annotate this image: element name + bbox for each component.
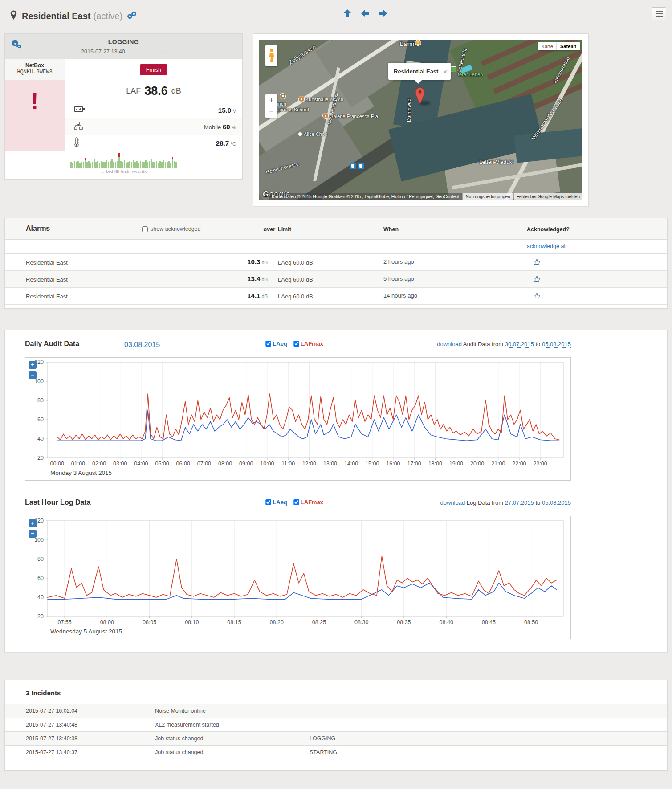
svg-text:20: 20 — [37, 455, 44, 461]
voltage-row: 15.0 V — [65, 102, 242, 118]
audit-bar — [158, 163, 159, 168]
map-zoom-out-button[interactable]: − — [265, 106, 277, 118]
incident-time: 2015-07-27 13:40:37 — [26, 749, 77, 755]
park-label: terer Letten — [458, 72, 483, 77]
lafmax-toggle[interactable]: LAFmax — [293, 340, 323, 347]
audit-bar — [77, 161, 79, 168]
bar-poi-icon[interactable] — [415, 40, 421, 46]
download-log-link[interactable]: download — [440, 499, 465, 506]
laf-unit: dB — [171, 86, 181, 96]
audit-bar — [136, 161, 138, 168]
svg-text:18:00: 18:00 — [428, 461, 442, 467]
charts-panel: Daily Audit Data 03.08.2015 LAeq LAFmax … — [4, 330, 668, 652]
settings-gears-icon[interactable] — [10, 38, 22, 50]
incident-event: XL2 measurement started — [155, 722, 219, 728]
show-acknowledged-toggle[interactable]: show acknowledged — [142, 226, 201, 232]
laeq-toggle[interactable]: LAeq — [265, 340, 287, 347]
svg-text:08:10: 08:10 — [185, 619, 199, 625]
chart-zoom-out-button[interactable]: − — [29, 530, 37, 538]
warning-exclamation-icon: ! — [31, 88, 38, 114]
laeq-checkbox[interactable] — [265, 341, 271, 347]
google-map[interactable]: Zollystrasse ZürichBusiness School Kunst… — [259, 40, 582, 200]
network-row: Mobile 60 % — [65, 118, 242, 135]
daily-chart-date-link[interactable]: 03.08.2015 — [124, 341, 160, 349]
incident-time: 2015-07-27 13:40:38 — [26, 735, 77, 742]
network-type: Mobile — [204, 124, 221, 131]
arrow-up-icon[interactable] — [342, 8, 353, 20]
lafmax-checkbox[interactable] — [293, 341, 299, 347]
bus-station-icon[interactable] — [358, 163, 364, 169]
audit-to-date-link[interactable]: 05.08.2015 — [542, 341, 571, 348]
last-hour-log-chart[interactable]: + − 07:5508:0008:0508:1008:1508:2008:250… — [25, 516, 571, 639]
chart-zoom-in-button[interactable]: + — [29, 361, 37, 369]
alarm-over-unit: dB — [262, 294, 268, 299]
laeq-toggle[interactable]: LAeq — [265, 499, 287, 506]
lafmax-checkbox[interactable] — [293, 499, 299, 505]
svg-text:16:00: 16:00 — [386, 461, 400, 467]
map-terms-link[interactable]: Nutzungsbedingungen — [463, 193, 513, 200]
acknowledge-thumb-icon[interactable] — [533, 292, 541, 301]
show-acknowledged-checkbox[interactable] — [142, 226, 148, 232]
audit-bar — [163, 160, 164, 168]
audit-bar — [115, 162, 116, 168]
svg-text:12:00: 12:00 — [302, 461, 316, 467]
map-type-karte-button[interactable]: Karte — [538, 42, 557, 50]
finish-button[interactable]: Finish — [140, 64, 168, 75]
pegman-control[interactable] — [265, 45, 277, 66]
map-zoom-in-button[interactable]: + — [265, 94, 277, 106]
footer-spacer — [0, 789, 672, 792]
audit-bar — [92, 162, 93, 168]
job-end-time: - — [164, 49, 166, 55]
download-audit-link[interactable]: download — [437, 341, 462, 347]
chart-canvas: 07:5508:0008:0508:1008:1508:2008:2508:30… — [25, 516, 570, 637]
svg-text:100: 100 — [34, 378, 44, 384]
svg-text:08:00: 08:00 — [100, 619, 114, 625]
incidents-panel: 3 Incidents 2015-07-27 16:02:04 Noise Mo… — [4, 680, 668, 771]
alarm-over-value: 13.4 — [247, 275, 260, 282]
log-to-date-link[interactable]: 05.08.2015 — [542, 499, 571, 506]
permalink-icon[interactable] — [127, 10, 137, 22]
lafmax-toggle[interactable]: LAFmax — [293, 499, 323, 506]
svg-text:09:00: 09:00 — [239, 461, 253, 467]
map-report-link[interactable]: Fehler bei Google Maps melden — [514, 193, 582, 200]
chart-zoom-out-button[interactable]: − — [29, 371, 37, 379]
arrow-left-icon[interactable] — [360, 8, 371, 20]
svg-text:08:45: 08:45 — [482, 619, 496, 625]
audit-bar — [117, 161, 118, 168]
job-start-time: 2015-07-27 13:40 — [81, 49, 125, 55]
svg-text:40: 40 — [37, 436, 44, 442]
chart-zoom-in-button[interactable]: + — [29, 519, 37, 527]
train-station-icon[interactable] — [350, 163, 356, 169]
network-icon — [74, 122, 87, 131]
map-marker-icon[interactable] — [414, 87, 426, 106]
chart-canvas: 00:0001:0002:0003:0004:0005:0006:0007:00… — [25, 358, 570, 478]
audit-bar — [102, 162, 104, 168]
svg-text:11:00: 11:00 — [281, 461, 295, 467]
acknowledge-thumb-icon[interactable] — [533, 258, 541, 267]
audit-bar — [133, 160, 134, 168]
audit-bar — [124, 160, 125, 168]
incident-time: 2015-07-27 16:02:04 — [26, 708, 77, 714]
daily-audit-chart[interactable]: + − 00:0001:0002:0003:0004:0005:0006:000… — [25, 357, 571, 481]
svg-text:07:00: 07:00 — [197, 461, 211, 467]
info-window-close-icon[interactable]: × — [440, 68, 447, 75]
acknowledge-all-link[interactable]: acknowledge all — [527, 243, 566, 249]
alarm-location: Residential East — [26, 276, 68, 283]
school-poi-icon[interactable] — [280, 93, 286, 99]
laeq-checkbox[interactable] — [265, 499, 271, 505]
column-header-limit: Limit — [278, 226, 291, 233]
svg-text:40: 40 — [37, 594, 44, 600]
incident-event: Job status changed — [155, 749, 203, 755]
acknowledge-thumb-icon[interactable] — [533, 275, 541, 284]
map-type-satellit-button[interactable]: Satellit — [557, 42, 580, 50]
hamburger-menu-button[interactable] — [652, 7, 666, 20]
poi-dot-icon[interactable] — [298, 132, 302, 136]
museum-poi-icon[interactable] — [298, 96, 305, 102]
arrow-right-icon[interactable] — [378, 8, 388, 20]
log-from-date-link[interactable]: 27.07.2015 — [505, 499, 534, 506]
alarms-title: Alarms — [26, 225, 50, 233]
audit-bar — [94, 159, 95, 168]
audit-bar — [83, 162, 84, 168]
park-poi-icon[interactable] — [451, 66, 456, 72]
audit-from-date-link[interactable]: 30.07.2015 — [505, 341, 534, 348]
